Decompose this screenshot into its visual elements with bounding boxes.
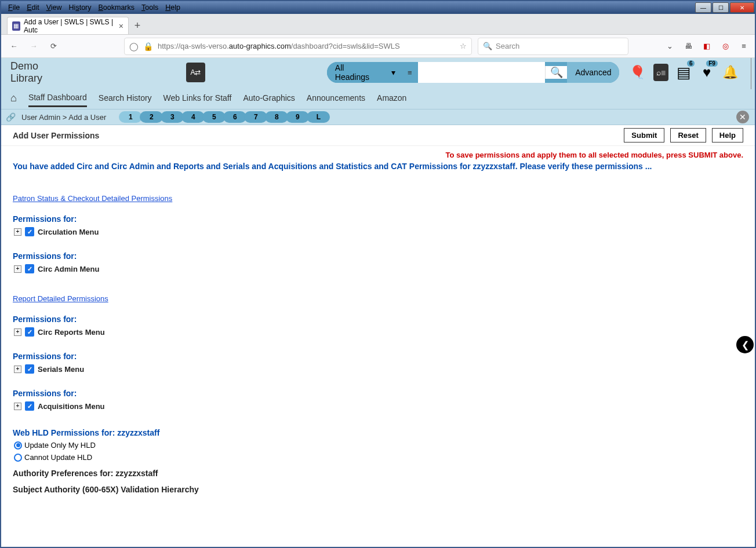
submit-warning: To save permissions and apply them to al… (13, 151, 743, 159)
tab-close-icon[interactable]: × (119, 21, 123, 31)
new-tab-button[interactable]: + (129, 17, 146, 34)
shield-icon: ◯ (129, 42, 139, 51)
authority-title: Authority Preferences for: zzyzzxstaff (13, 469, 743, 478)
checkbox-circ-reports[interactable]: ✓ (25, 327, 34, 337)
subject-authority-title: Subject Authority (600-65X) Validation H… (13, 485, 743, 494)
headings-dropdown[interactable]: All Headings (327, 62, 402, 83)
radio-on-icon (14, 441, 22, 450)
step-2[interactable]: 2 (140, 111, 163, 123)
expand-icon[interactable]: + (14, 403, 21, 410)
expand-icon[interactable]: + (14, 265, 21, 273)
extension-icon-1[interactable]: ◧ (702, 41, 712, 52)
collapse-left-icon[interactable]: ❮ (736, 336, 754, 353)
close-panel-icon[interactable]: ✕ (736, 111, 749, 123)
resources-icon[interactable]: ⌕≣ (653, 64, 668, 81)
breadcrumb-row: 🔗 User Admin > Add a User 1 2 3 4 5 6 7 … (1, 109, 755, 125)
catalog-search-input[interactable] (418, 62, 545, 83)
reset-button[interactable]: Reset (670, 128, 706, 143)
close-window-button[interactable]: ✕ (730, 2, 754, 13)
app-header: Demo Library A⇄ All Headings ≡ 🔍 Advance… (1, 58, 755, 87)
print-icon[interactable]: 🖶 (683, 41, 693, 52)
menu-view[interactable]: View (43, 3, 66, 12)
list-icon[interactable]: ▤ 6 (677, 64, 691, 81)
favorites-heart-icon[interactable]: ♥ F9 (699, 64, 714, 81)
url-field[interactable]: ◯ 🔒 https://qa-swls-verso.auto-graphics.… (124, 38, 472, 55)
step-7[interactable]: 7 (244, 111, 267, 123)
menu-history[interactable]: History (66, 3, 95, 12)
perm-label-3: Permissions for: (13, 315, 743, 324)
pocket-icon[interactable]: ⌄ (664, 41, 675, 52)
menu-file[interactable]: File (5, 3, 23, 12)
help-button[interactable]: Help (712, 128, 743, 143)
checkbox-circ-admin[interactable]: ✓ (25, 264, 34, 273)
perm-label-4: Permissions for: (13, 352, 743, 361)
step-6[interactable]: 6 (223, 111, 246, 123)
step-1[interactable]: 1 (119, 111, 142, 123)
search-placeholder: Search (496, 42, 519, 50)
tab-title: Add a User | SWLS | SWLS | Autc (24, 18, 115, 34)
library-title: Demo Library (10, 60, 42, 85)
forward-button[interactable]: → (27, 39, 41, 53)
menu-announcements[interactable]: Announcements (307, 90, 365, 106)
expand-icon[interactable]: + (14, 366, 21, 373)
search-icon: 🔍 (483, 42, 492, 50)
reload-button[interactable]: ⟳ (46, 39, 60, 53)
perm-serials: Serials Menu (38, 365, 84, 374)
radio-update-only[interactable]: Update Only My HLD (14, 441, 743, 450)
menu-search-history[interactable]: Search History (99, 90, 152, 106)
back-button[interactable]: ← (7, 39, 21, 53)
extension-icon-2[interactable]: ◎ (720, 41, 730, 52)
menu-tools[interactable]: Tools (138, 3, 162, 12)
checkbox-circulation[interactable]: ✓ (25, 227, 34, 236)
expand-icon[interactable]: + (14, 328, 21, 336)
step-5[interactable]: 5 (202, 111, 226, 123)
catalog-mode-icon[interactable]: A⇄ (186, 63, 205, 82)
menu-staff-dashboard[interactable]: Staff Dashboard (28, 89, 87, 107)
balloon-icon[interactable]: 🎈 (630, 64, 645, 81)
radio-label-1: Update Only My HLD (24, 441, 96, 450)
webhld-title: Web HLD Permissions for: zzyzzxstaff (13, 428, 743, 437)
radio-label-2: Cannot Update HLD (24, 453, 92, 462)
page-header: Add User Permissions Submit Reset Help (1, 125, 755, 146)
perm-label-1: Permissions for: (13, 214, 743, 224)
expand-icon[interactable]: + (14, 228, 21, 236)
content-area[interactable]: To save permissions and apply them to al… (1, 146, 755, 547)
lists-badge: 6 (687, 60, 695, 67)
menu-web-links[interactable]: Web Links for Staff (163, 90, 232, 106)
step-4[interactable]: 4 (181, 111, 205, 123)
hamburger-menu-icon[interactable]: ≡ (739, 41, 749, 52)
home-icon[interactable]: ⌂ (10, 92, 17, 104)
step-8[interactable]: 8 (265, 111, 288, 123)
menu-bookmarks[interactable]: Bookmarks (95, 3, 139, 12)
tab-strip: ▦ Add a User | SWLS | SWLS | Autc × + (1, 14, 755, 35)
account-block[interactable]: Hello, Auto-Graphics Your Account▾ (751, 58, 755, 89)
menu-amazon[interactable]: Amazon (377, 90, 406, 106)
patron-status-link[interactable]: Patron Status & Checkout Detailed Permis… (13, 194, 172, 203)
menu-edit[interactable]: Edit (23, 3, 43, 12)
minimize-button[interactable]: — (695, 2, 711, 13)
checkbox-acquisitions[interactable]: ✓ (25, 401, 34, 411)
radio-cannot-update[interactable]: Cannot Update HLD (14, 453, 743, 462)
step-L[interactable]: L (307, 111, 330, 123)
browser-search-field[interactable]: 🔍 Search (478, 38, 628, 55)
search-submit-icon[interactable]: 🔍 (545, 66, 567, 79)
database-icon[interactable]: ≡ (401, 68, 417, 77)
advanced-search-button[interactable]: Advanced (567, 62, 619, 83)
url-toolbar: ← → ⟳ ◯ 🔒 https://qa-swls-verso.auto-gra… (1, 35, 755, 58)
step-9[interactable]: 9 (286, 111, 309, 123)
report-detailed-link[interactable]: Report Detailed Permissions (13, 294, 108, 303)
browser-tab[interactable]: ▦ Add a User | SWLS | SWLS | Autc × (7, 17, 129, 34)
bookmark-star-icon[interactable]: ☆ (460, 42, 467, 50)
perm-circulation: Circulation Menu (38, 228, 99, 236)
maximize-button[interactable]: ☐ (713, 2, 729, 13)
app-root: Demo Library A⇄ All Headings ≡ 🔍 Advance… (1, 58, 755, 547)
notifications-bell-icon[interactable]: 🔔 (722, 64, 738, 81)
radio-off-icon (14, 454, 22, 462)
perm-label-5: Permissions for: (13, 389, 743, 398)
menu-help[interactable]: Help (162, 3, 184, 12)
submit-button[interactable]: Submit (624, 128, 664, 143)
step-3[interactable]: 3 (161, 111, 184, 123)
checkbox-serials[interactable]: ✓ (25, 364, 34, 374)
confirm-message: You have added Circ and Circ Admin and R… (13, 162, 743, 171)
menu-auto-graphics[interactable]: Auto-Graphics (243, 90, 295, 106)
